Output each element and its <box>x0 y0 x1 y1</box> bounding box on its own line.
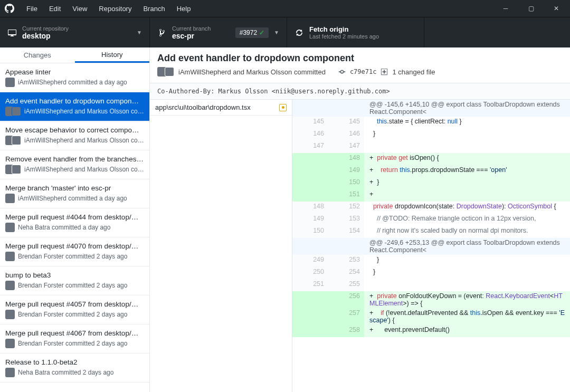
commit-item-meta: Brendan Forster committed 2 days ago <box>18 311 127 318</box>
commit-sha: c79e71c <box>350 68 377 75</box>
commit-item-meta: iAmWillShepherd committed a day ago <box>18 79 127 86</box>
commit-item-meta: iAmWillShepherd and Markus Olsson co… <box>24 137 144 144</box>
diff-line: 146146 } <box>292 129 570 141</box>
diff-line: 250254 } <box>292 267 570 279</box>
commit-info: iAmWillShepherd and Markus Olsson commit… <box>157 67 563 80</box>
avatar <box>12 107 21 116</box>
modified-icon <box>279 104 287 111</box>
author-line: iAmWillShepherd and Markus Olsson commit… <box>178 68 326 76</box>
commit-item[interactable]: Merge pull request #4067 from desktop/…B… <box>0 324 149 353</box>
commit-list[interactable]: Appease linteriAmWillShepherd committed … <box>0 63 149 392</box>
close-button[interactable]: ✕ <box>547 2 566 15</box>
commit-description: Co-Authored-By: Markus Olsson <niik@user… <box>150 83 570 100</box>
file-path: app\src\ui\toolbar\dropdown.tsx <box>155 103 251 111</box>
commit-item-title: Release to 1.1.0-beta2 <box>5 358 144 366</box>
commit-header: Add event handler to dropdown component … <box>150 47 570 83</box>
commit-item[interactable]: Add event handler to dropdown compon…iAm… <box>0 92 149 121</box>
diff-line: 258+ event.preventDefault() <box>292 325 570 337</box>
diff-icon <box>381 68 388 75</box>
diff-view[interactable]: @@ -145,6 +145,10 @@ export class Toolba… <box>292 100 570 392</box>
menu-item-view[interactable]: View <box>67 3 92 15</box>
fetch-label: Fetch origin <box>309 25 379 33</box>
commit-item-title: Appease linter <box>5 68 144 76</box>
avatar <box>5 194 15 203</box>
commit-item-title: Add event handler to dropdown compon… <box>5 97 144 105</box>
diff-line: @@ -145,6 +145,10 @@ export class Toolba… <box>292 100 570 117</box>
commit-item-meta: Neha Batra committed a day ago <box>18 224 110 231</box>
commit-item-title: bump to beta3 <box>5 271 144 279</box>
app-menu: FileEditViewRepositoryBranchHelp <box>21 3 196 15</box>
commit-item-meta: Neha Batra committed 2 days ago <box>18 369 113 376</box>
detail-pane: Add event handler to dropdown component … <box>150 47 570 392</box>
avatar <box>5 281 15 290</box>
commit-item-title: Merge branch 'master' into esc-pr <box>5 184 144 192</box>
commit-item[interactable]: Appease linteriAmWillShepherd committed … <box>0 63 149 92</box>
main: Changes History Appease linteriAmWillShe… <box>0 47 570 392</box>
commit-item-meta: iAmWillShepherd committed a day ago <box>18 195 127 202</box>
diff-line: 150154 // right now it's scaled badly on… <box>292 226 570 238</box>
tab-changes[interactable]: Changes <box>0 47 75 63</box>
avatar <box>5 368 15 377</box>
commit-item[interactable]: Merge branch 'master' into esc-priAmWill… <box>0 179 149 208</box>
avatar <box>165 67 174 77</box>
commit-item-title: Remove event handler from the branches… <box>5 155 144 163</box>
avatar <box>5 310 15 319</box>
commit-item[interactable]: bump to beta3Brendan Forster committed 2… <box>0 266 149 295</box>
diff-line: 148+ private get isOpen() { <box>292 153 570 165</box>
repo-dropdown[interactable]: Current repository desktop ▼ <box>0 17 150 47</box>
avatar <box>5 252 15 261</box>
commit-item[interactable]: Release to 1.1.0-beta2Neha Batra committ… <box>0 353 149 383</box>
commit-item[interactable]: Merge pull request #4044 from desktop/…N… <box>0 208 149 237</box>
desktop-icon <box>7 28 17 37</box>
menu-item-repository[interactable]: Repository <box>93 3 137 15</box>
file-item[interactable]: app\src\ui\toolbar\dropdown.tsx <box>150 100 292 116</box>
avatar <box>5 339 15 348</box>
file-list: app\src\ui\toolbar\dropdown.tsx <box>150 100 292 392</box>
diff-line: @@ -249,6 +253,13 @@ export class Toolba… <box>292 238 570 255</box>
fetch-value: Last fetched 2 minutes ago <box>309 33 379 40</box>
diff-line: 249253 } <box>292 255 570 267</box>
sidebar: Changes History Appease linteriAmWillShe… <box>0 47 150 392</box>
diff-line: 257+ if (!event.defaultPrevented && this… <box>292 308 570 325</box>
git-commit-icon <box>338 68 346 75</box>
menu-item-edit[interactable]: Edit <box>44 3 66 15</box>
commit-item[interactable]: Merge pull request #4070 from desktop/…B… <box>0 237 149 266</box>
detail-body: app\src\ui\toolbar\dropdown.tsx @@ -145,… <box>150 100 570 392</box>
avatar <box>5 78 15 87</box>
commit-item-title: Merge pull request #4057 from desktop/… <box>5 300 144 308</box>
repo-value: desktop <box>22 32 69 40</box>
menu-item-branch[interactable]: Branch <box>138 3 170 15</box>
branch-dropdown[interactable]: Current branch esc-pr #3972 ✓ ▼ <box>150 17 287 47</box>
diff-line: 151+ <box>292 189 570 202</box>
menu-item-file[interactable]: File <box>21 3 43 15</box>
diff-line: 145145 this.state = { clientRect: null } <box>292 117 570 129</box>
branch-value: esc-pr <box>172 32 211 40</box>
repo-label: Current repository <box>22 25 69 32</box>
commit-item[interactable]: Move escape behavior to correct compo…iA… <box>0 121 149 150</box>
minimize-button[interactable]: ─ <box>496 2 515 15</box>
commit-item-title: Move escape behavior to correct compo… <box>5 126 144 134</box>
commit-item[interactable]: Merge pull request #4057 from desktop/…B… <box>0 295 149 324</box>
commit-item-meta: Brendan Forster committed 2 days ago <box>18 282 127 289</box>
chevron-down-icon: ▼ <box>137 30 142 35</box>
branch-label: Current branch <box>172 25 211 32</box>
commit-item[interactable]: Remove event handler from the branches…i… <box>0 150 149 179</box>
commit-item-meta: iAmWillShepherd and Markus Olsson co… <box>24 166 144 173</box>
commit-item-meta: iAmWillShepherd and Markus Olsson co… <box>24 108 144 115</box>
commit-item-title: Merge pull request #4044 from desktop/… <box>5 213 144 221</box>
avatar <box>12 165 21 174</box>
titlebar: FileEditViewRepositoryBranchHelp ─ ▢ ✕ <box>0 0 570 17</box>
fetch-button[interactable]: Fetch origin Last fetched 2 minutes ago <box>287 17 424 47</box>
git-branch-icon <box>157 28 167 37</box>
tab-history[interactable]: History <box>75 47 150 63</box>
diff-line: 147147 <box>292 141 570 153</box>
maximize-button[interactable]: ▢ <box>521 2 540 15</box>
diff-line: 251255 <box>292 279 570 291</box>
diff-line: 256+ private onFoldoutKeyDown = (event: … <box>292 291 570 308</box>
menu-item-help[interactable]: Help <box>172 3 196 15</box>
github-logo-icon <box>4 3 15 14</box>
commit-item-meta: Brendan Forster committed 2 days ago <box>18 253 127 260</box>
avatar <box>12 136 21 145</box>
changed-files-count: 1 changed file <box>392 68 435 76</box>
sidebar-tabs: Changes History <box>0 47 149 63</box>
